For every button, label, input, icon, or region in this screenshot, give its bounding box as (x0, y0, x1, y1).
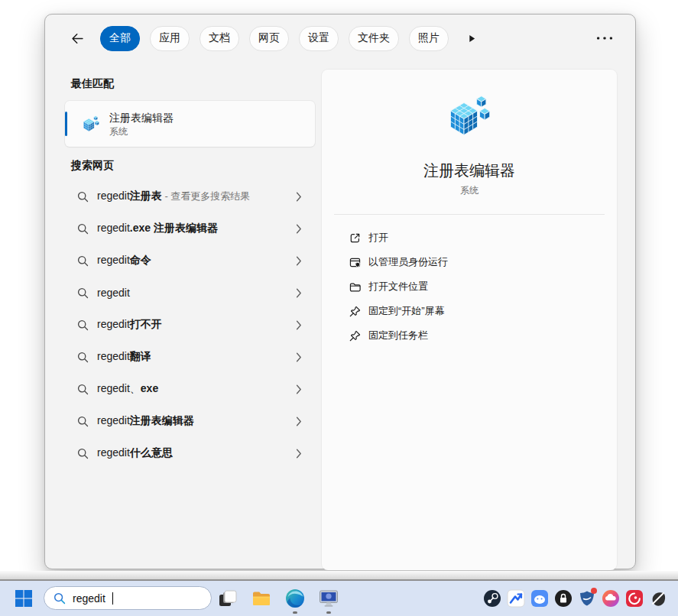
folder-icon (349, 280, 362, 293)
suggestion-completion: .exe 注册表编辑器 (130, 222, 218, 234)
chevron-right-icon (296, 192, 302, 202)
blue-app-icon (530, 589, 549, 608)
suggestion-completion: 翻译 (130, 350, 151, 362)
search-suggestion-2[interactable]: regedit.exe 注册表编辑器 (45, 212, 322, 245)
suggestion-completion: 注册表编辑器 (130, 414, 194, 426)
action-pin-to-start[interactable]: 固定到“开始”屏幕 (334, 299, 605, 323)
open-external-icon (349, 232, 362, 245)
system-monitor-app-button[interactable] (318, 588, 339, 609)
pin-icon (349, 305, 362, 318)
action-label: 以管理员身份运行 (368, 255, 448, 269)
divider (334, 214, 605, 215)
taskbar-tray-apps (483, 589, 667, 608)
netease-music-icon (625, 589, 644, 608)
play-triangle-icon (468, 34, 476, 43)
suggestion-typed: regedit (97, 287, 130, 299)
search-suggestion-3[interactable]: regedit命令 (45, 245, 322, 277)
suggestion-text: regedit命令 (97, 254, 151, 267)
best-match-subtitle: 系统 (109, 126, 174, 138)
badge-app-button[interactable] (578, 589, 596, 608)
best-match-header: 最佳匹配 (71, 76, 322, 91)
suggestion-completion: 什么意思 (130, 446, 173, 459)
ellipsis-icon (596, 36, 613, 41)
search-icon (77, 223, 89, 235)
run-as-admin-icon (349, 256, 362, 269)
chevron-right-icon (296, 417, 302, 426)
arrows-app-button[interactable] (507, 589, 525, 608)
action-open-file-location[interactable]: 打开文件位置 (334, 274, 605, 299)
tab-photos[interactable]: 照片 (409, 26, 449, 51)
chevron-right-icon (296, 449, 302, 459)
lock-app-button[interactable] (554, 589, 573, 608)
tabs-row: 全部 应用 文档 网页 设置 文件夹 照片 (45, 15, 635, 62)
search-suggestion-7[interactable]: regedit、exe (45, 373, 322, 405)
taskbar-search-input[interactable]: regedit (44, 586, 212, 610)
search-suggestion-9[interactable]: regedit什么意思 (45, 437, 322, 469)
taskbar-search-value: regedit (73, 592, 105, 605)
gradient-cloud-app-button[interactable] (602, 589, 620, 608)
search-icon (77, 352, 89, 363)
netease-music-button[interactable] (625, 589, 644, 608)
edge-browser-icon (284, 588, 306, 609)
chevron-right-icon (296, 224, 302, 234)
more-options-button[interactable] (594, 31, 615, 46)
steam-button[interactable] (483, 589, 501, 608)
suggestion-typed: regedit (97, 350, 130, 362)
best-match-text: 注册表编辑器 系统 (109, 111, 174, 138)
tab-documents[interactable]: 文档 (200, 26, 239, 51)
blue-app-button[interactable] (530, 589, 549, 608)
chevron-right-icon (296, 288, 302, 298)
suggestion-completion: 命令 (130, 254, 151, 266)
chevron-right-icon (296, 256, 302, 266)
action-label: 固定到“开始”屏幕 (368, 304, 445, 318)
tab-apps[interactable]: 应用 (150, 26, 190, 51)
best-match-item[interactable]: 注册表编辑器 系统 (65, 101, 315, 147)
selection-accent-bar (65, 112, 67, 136)
action-run-as-admin[interactable]: 以管理员身份运行 (334, 250, 605, 274)
tab-all[interactable]: 全部 (100, 26, 140, 51)
windows-start-button[interactable] (15, 589, 33, 608)
action-pin-to-taskbar[interactable]: 固定到任务栏 (334, 323, 605, 348)
search-icon (77, 319, 89, 331)
search-icon (77, 416, 89, 427)
search-suggestion-6[interactable]: regedit翻译 (45, 341, 322, 373)
system-monitor-app-icon (318, 588, 339, 609)
slashed-app-button[interactable] (649, 589, 667, 608)
suggestion-text: regedit注册表编辑器 (97, 414, 194, 428)
desktop-strip (0, 571, 678, 581)
search-suggestion-8[interactable]: regedit注册表编辑器 (45, 405, 322, 437)
back-button[interactable] (68, 29, 86, 47)
suggestion-completion: exe (141, 382, 158, 394)
edge-browser-button[interactable] (284, 588, 306, 609)
suggestion-typed: regedit (97, 190, 130, 202)
action-open[interactable]: 打开 (334, 225, 605, 250)
action-label: 打开文件位置 (368, 280, 428, 293)
suggestion-text: regedit打不开 (97, 318, 162, 332)
suggestion-completion: 注册表 (130, 190, 162, 202)
app-hero: 注册表编辑器 系统 (322, 70, 617, 197)
search-icon (77, 191, 89, 203)
notification-badge (591, 588, 597, 594)
more-tabs-button[interactable] (465, 31, 478, 45)
file-explorer-button[interactable] (251, 588, 272, 609)
back-arrow-icon (70, 31, 85, 46)
suggestion-typed: regedit (97, 254, 130, 266)
running-indicator (326, 611, 331, 614)
task-view-button[interactable] (217, 588, 238, 609)
task-view-icon (217, 588, 238, 609)
file-explorer-icon (251, 588, 272, 609)
tab-settings[interactable]: 设置 (299, 26, 339, 51)
suggestion-text: regedit.exe 注册表编辑器 (97, 222, 218, 235)
suggestion-typed: regedit (97, 446, 130, 459)
taskbar-pinned-apps (217, 588, 339, 609)
preview-panel: 注册表编辑器 系统 打开 以管理员身份运行 打开文件位置 固定到“开始”屏幕 (322, 70, 617, 570)
search-suggestion-5[interactable]: regedit打不开 (45, 309, 322, 341)
search-suggestion-1[interactable]: regedit注册表 - 查看更多搜索结果 (45, 180, 322, 212)
app-title: 注册表编辑器 (322, 160, 617, 180)
tab-folders[interactable]: 文件夹 (349, 26, 399, 51)
suggestion-typed: regedit (97, 414, 130, 426)
action-label: 固定到任务栏 (368, 329, 428, 342)
search-suggestion-4[interactable]: regedit (45, 277, 322, 309)
search-flyout: 全部 应用 文档 网页 设置 文件夹 照片 最佳匹配 注册表编辑器 系统 搜索网… (44, 14, 636, 569)
tab-web[interactable]: 网页 (249, 26, 289, 51)
